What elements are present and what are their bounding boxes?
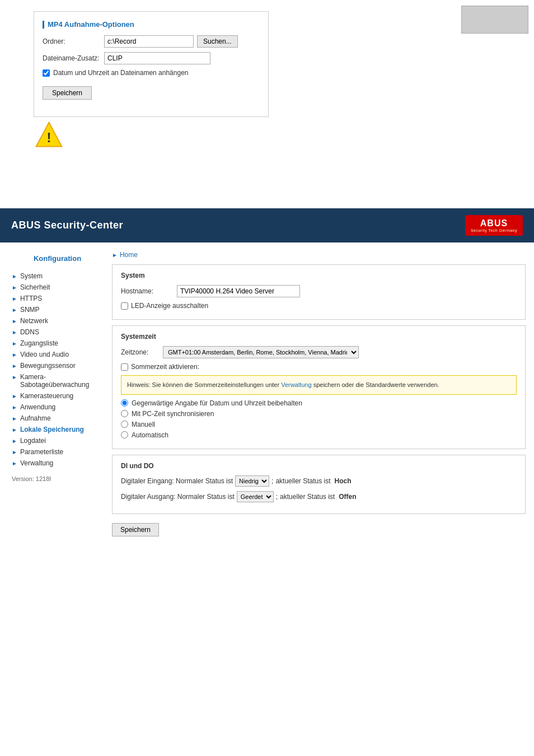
di-status-value: Hoch <box>334 477 351 485</box>
sidebar-label-video-audio: Video und Audio <box>20 351 69 358</box>
sidebar-item-zugangsliste[interactable]: ► Zugangsliste <box>8 338 106 349</box>
timezone-select[interactable]: GMT+01:00 Amsterdam, Berlin, Rome, Stock… <box>163 346 359 358</box>
arrow-icon-sicherheit: ► <box>12 284 17 291</box>
abus-brand-bold: ABUS <box>11 220 41 231</box>
sidebar-item-system[interactable]: ► System <box>8 270 106 282</box>
suchen-button[interactable]: Suchen... <box>197 35 238 48</box>
sidebar-item-bewegungssensor[interactable]: ► Bewegungssensor <box>8 360 106 371</box>
save-button-bottom[interactable]: Speichern <box>112 523 159 536</box>
main-content: Konfiguration ► System ► Sicherheit ► HT… <box>0 242 534 545</box>
system-section-title: System <box>121 272 517 279</box>
do-status-text: ; <box>276 493 278 501</box>
radio-automatisch[interactable] <box>121 431 128 438</box>
arrow-icon-bewegungssensor: ► <box>12 363 17 369</box>
breadcrumb-arrow-icon: ► <box>112 252 118 258</box>
sommer-checkbox-row: Sommerzeit aktivieren: <box>121 363 517 371</box>
radio-pc-zeit[interactable] <box>121 410 128 417</box>
sidebar-label-parameterliste: Parameterliste <box>20 448 63 456</box>
systemzeit-section: Systemzeit Zeitzone: GMT+01:00 Amsterdam… <box>112 325 526 449</box>
sidebar-item-kamera-sabotage[interactable]: ► Kamera-Sabotageüberwachung <box>8 371 106 390</box>
radio-label-2: Mit PC-Zeit synchronisieren <box>132 410 214 418</box>
top-right-box <box>461 6 528 34</box>
sidebar-item-snmp[interactable]: ► SNMP <box>8 304 106 315</box>
di-do-section: DI und DO Digitaler Eingang: Normaler St… <box>112 455 526 514</box>
arrow-icon-zugangsliste: ► <box>12 340 17 347</box>
do-row: Digitaler Ausgang: Normaler Status ist G… <box>121 491 517 502</box>
info-text1: Hinweis: Sie können die Sommerzeiteinste… <box>127 381 281 388</box>
sidebar-item-kamerasteuerung[interactable]: ► Kamerasteuerung <box>8 390 106 402</box>
sidebar-item-anwendung[interactable]: ► Anwendung <box>8 402 106 413</box>
sidebar-item-netzwerk[interactable]: ► Netzwerk <box>8 315 106 326</box>
sidebar-label-system: System <box>20 272 43 280</box>
led-checkbox[interactable] <box>121 302 128 310</box>
sidebar-label-ddns: DDNS <box>20 328 39 336</box>
datum-checkbox[interactable] <box>43 69 50 77</box>
di-select[interactable]: Niedrig Hoch <box>235 475 269 487</box>
systemzeit-title: Systemzeit <box>121 333 517 340</box>
abus-header-title: ABUS Security-Center <box>11 220 123 231</box>
radio-label-4: Automatisch <box>132 431 168 439</box>
di-label: Digitaler Eingang: Normaler Status ist <box>121 477 233 485</box>
ordner-row: Ordner: Suchen... <box>43 35 260 48</box>
di-status-label: aktueller Status ist <box>275 477 330 485</box>
sidebar-label-lokale-speicherung: Lokale Speicherung <box>20 426 84 433</box>
hostname-input[interactable] <box>177 285 300 297</box>
datum-checkbox-row: Datum und Uhrzeit an Dateinamen anhängen <box>43 69 260 77</box>
led-checkbox-row: LED-Anzeige ausschalten <box>121 302 517 310</box>
sidebar-item-aufnahme[interactable]: ► Aufnahme <box>8 413 106 424</box>
sidebar-item-video-audio[interactable]: ► Video und Audio <box>8 349 106 360</box>
speichern-button-top[interactable]: Speichern <box>43 86 92 100</box>
sidebar-label-bewegungssensor: Bewegungssensor <box>20 362 76 370</box>
info-link[interactable]: Verwaltung <box>281 381 311 388</box>
arrow-icon-ddns: ► <box>12 329 17 335</box>
sidebar: Konfiguration ► System ► Sicherheit ► HT… <box>8 251 106 536</box>
led-label: LED-Anzeige ausschalten <box>131 302 208 310</box>
sidebar-label-anwendung: Anwendung <box>20 403 55 411</box>
info-text2: speichern oder die Standardwerte verwend… <box>312 381 439 388</box>
radio-manuell[interactable] <box>121 421 128 428</box>
arrow-icon-verwaltung: ► <box>12 460 17 466</box>
timezone-row: Zeitzone: GMT+01:00 Amsterdam, Berlin, R… <box>121 346 517 358</box>
radio-label-3: Manuell <box>132 421 155 428</box>
sidebar-item-logdatei[interactable]: ► Logdatei <box>8 435 106 446</box>
dateiname-row: Dateiname-Zusatz: <box>43 52 260 64</box>
ordner-input[interactable] <box>104 35 194 48</box>
sidebar-label-sicherheit: Sicherheit <box>20 283 50 291</box>
sidebar-item-verwaltung[interactable]: ► Verwaltung <box>8 458 106 469</box>
radio-row-3: Manuell <box>121 421 517 428</box>
arrow-icon-aufnahme: ► <box>12 416 17 422</box>
sidebar-item-https[interactable]: ► HTTPS <box>8 293 106 304</box>
dateiname-input[interactable] <box>104 52 210 64</box>
sidebar-label-snmp: SNMP <box>20 306 40 314</box>
arrow-icon-https: ► <box>12 296 17 302</box>
radio-gegenwartig[interactable] <box>121 399 128 407</box>
abus-logo-sub: Security Tech Germany <box>471 228 517 232</box>
sommer-label: Sommerzeit aktivieren: <box>131 363 199 371</box>
abus-header: ABUS Security-Center ABUS Security Tech … <box>0 208 534 242</box>
right-content: ► Home System Hostname: LED-Anzeige auss… <box>112 251 526 536</box>
sidebar-title: Konfiguration <box>8 251 106 266</box>
sommer-checkbox[interactable] <box>121 363 128 371</box>
breadcrumb-home[interactable]: Home <box>120 251 138 259</box>
sidebar-item-parameterliste[interactable]: ► Parameterliste <box>8 446 106 458</box>
radio-label-1: Gegenwärtige Angabe für Datum und Uhrzei… <box>132 399 302 407</box>
sidebar-version: Version: 1218I <box>8 473 106 484</box>
radio-row-2: Mit PC-Zeit synchronisieren <box>121 410 517 418</box>
sidebar-label-netzwerk: Netzwerk <box>20 317 48 325</box>
datum-checkbox-label: Datum und Uhrzeit an Dateinamen anhängen <box>53 69 189 77</box>
info-box: Hinweis: Sie können die Sommerzeiteinste… <box>121 375 517 395</box>
do-status-label: aktueller Status ist <box>280 493 335 501</box>
sidebar-item-ddns[interactable]: ► DDNS <box>8 326 106 338</box>
system-section: System Hostname: LED-Anzeige ausschalten <box>112 264 526 320</box>
do-select[interactable]: Geerdet Offen <box>237 491 274 502</box>
top-section: MP4 Aufnahme-Optionen Ordner: Suchen... … <box>0 0 534 164</box>
mp4-options-box: MP4 Aufnahme-Optionen Ordner: Suchen... … <box>34 11 269 117</box>
sidebar-label-aufnahme: Aufnahme <box>20 414 51 422</box>
breadcrumb: ► Home <box>112 251 526 259</box>
sidebar-item-lokale-speicherung[interactable]: ► Lokale Speicherung <box>8 424 106 435</box>
di-status-text: ; <box>271 477 273 485</box>
warning-icon: ! <box>34 120 64 151</box>
sidebar-item-sicherheit[interactable]: ► Sicherheit <box>8 282 106 293</box>
arrow-icon-video-audio: ► <box>12 352 17 358</box>
svg-text:!: ! <box>47 130 51 145</box>
